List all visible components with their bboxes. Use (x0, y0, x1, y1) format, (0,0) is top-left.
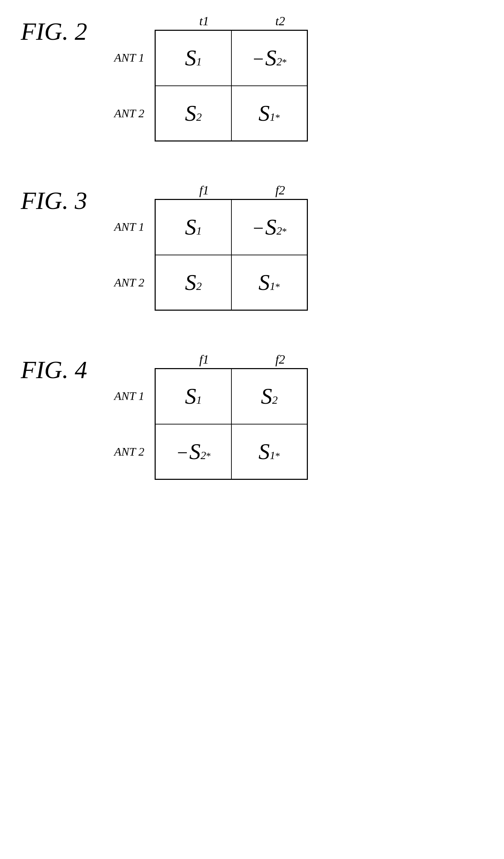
fig3-col-f1: f1 (166, 183, 242, 198)
fig3-cell-r1c1: S1 (155, 200, 231, 255)
table-row: S2 S1* (155, 255, 308, 310)
figure-3-label: FIG. 3 (21, 183, 111, 215)
fig2-cell-r2c2: S1* (231, 86, 308, 141)
figure-2-label: FIG. 2 (21, 14, 111, 46)
fig3-table-with-labels: ANT 1 ANT 2 S1 −S2* (111, 199, 308, 311)
fig4-cell-r1c2: S2 (231, 369, 308, 424)
fig3-row-ant2: ANT 2 (111, 255, 148, 310)
fig3-col-f2: f2 (242, 183, 318, 198)
figure-3-content: f1 f2 ANT 1 ANT 2 S1 (111, 183, 318, 311)
fig2-row-labels: ANT 1 ANT 2 (111, 30, 148, 141)
fig4-col-f2: f2 (242, 352, 318, 367)
fig3-row-ant1: ANT 1 (111, 199, 148, 255)
fig4-row-labels: ANT 1 ANT 2 (111, 368, 148, 480)
fig2-row-ant1: ANT 1 (111, 30, 148, 85)
figure-2-content: t1 t2 ANT 1 ANT 2 S1 (111, 14, 318, 141)
figure-2-section: FIG. 2 t1 t2 ANT 1 ANT 2 S1 (21, 14, 483, 141)
table-row: S1 S2 (155, 369, 308, 424)
fig2-col-t1: t1 (166, 14, 242, 28)
fig2-table-with-labels: ANT 1 ANT 2 S1 −S2* (111, 30, 308, 141)
fig4-grid: S1 S2 −S2* (155, 368, 308, 480)
fig3-row-labels: ANT 1 ANT 2 (111, 199, 148, 311)
fig4-cell-r1c1: S1 (155, 369, 231, 424)
fig2-grid: S1 −S2* S2 (155, 30, 308, 141)
fig2-cell-r1c2: −S2* (231, 30, 308, 86)
fig4-col-headers: f1 f2 (166, 352, 318, 367)
figure-4-label: FIG. 4 (21, 352, 111, 384)
fig4-row-ant1: ANT 1 (111, 368, 148, 424)
table-row: S1 −S2* (155, 200, 308, 255)
fig3-cell-r2c2: S1* (231, 255, 308, 310)
fig4-cell-r2c2: S1* (231, 424, 308, 479)
fig3-grid: S1 −S2* S2 (155, 199, 308, 311)
fig3-col-headers: f1 f2 (166, 183, 318, 198)
figure-4-content: f1 f2 ANT 1 ANT 2 S1 (111, 352, 318, 480)
fig4-cell-r2c1: −S2* (155, 424, 231, 479)
fig2-col-t2: t2 (242, 14, 318, 28)
table-row: S2 S1* (155, 86, 308, 141)
fig3-cell-r2c1: S2 (155, 255, 231, 310)
fig4-row-ant2: ANT 2 (111, 424, 148, 479)
table-row: −S2* S1* (155, 424, 308, 479)
figure-4-section: FIG. 4 f1 f2 ANT 1 ANT 2 S1 (21, 352, 483, 480)
fig4-table-with-labels: ANT 1 ANT 2 S1 S2 (111, 368, 308, 480)
figure-3-section: FIG. 3 f1 f2 ANT 1 ANT 2 S1 (21, 183, 483, 311)
fig2-cell-r1c1: S1 (155, 30, 231, 86)
fig3-cell-r1c2: −S2* (231, 200, 308, 255)
fig4-col-f1: f1 (166, 352, 242, 367)
fig2-col-headers: t1 t2 (166, 14, 318, 28)
fig2-cell-r2c1: S2 (155, 86, 231, 141)
table-row: S1 −S2* (155, 30, 308, 86)
fig2-row-ant2: ANT 2 (111, 86, 148, 141)
